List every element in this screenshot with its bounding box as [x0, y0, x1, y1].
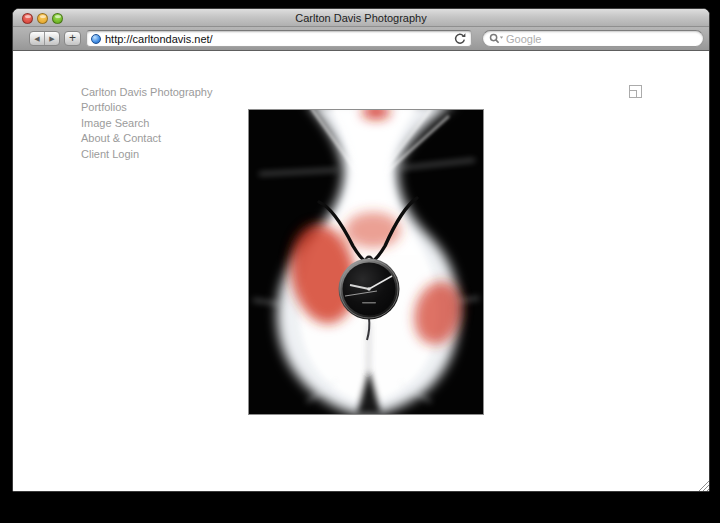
nav-link-portfolios[interactable]: Portfolios [81, 100, 212, 115]
nav-item: Carlton Davis Photography [81, 85, 212, 100]
minimize-button[interactable] [37, 13, 48, 24]
forward-icon: ▶ [49, 35, 54, 43]
site-navigation: Carlton Davis Photography Portfolios Ima… [81, 85, 212, 162]
window-title: Carlton Davis Photography [13, 12, 709, 24]
webpage: Carlton Davis Photography Portfolios Ima… [13, 51, 709, 492]
add-bookmark-button[interactable]: + [64, 31, 81, 46]
nav-item: Client Login [81, 147, 212, 162]
address-input[interactable] [105, 33, 453, 45]
browser-window: Carlton Davis Photography ◀ ▶ + Ca [12, 8, 710, 492]
traffic-lights [13, 13, 63, 24]
photo-artwork [249, 110, 483, 414]
reload-icon[interactable] [453, 32, 467, 46]
forward-button[interactable]: ▶ [45, 32, 59, 45]
nav-item: Image Search [81, 116, 212, 131]
title-bar[interactable]: Carlton Davis Photography [13, 9, 709, 27]
history-buttons: ◀ ▶ [29, 31, 60, 46]
close-button[interactable] [22, 13, 33, 24]
nav-link-client-login[interactable]: Client Login [81, 147, 212, 162]
site-favicon-globe-icon [91, 34, 101, 44]
nav-item: Portfolios [81, 100, 212, 115]
zoom-button[interactable] [52, 13, 63, 24]
magnifier-icon[interactable] [489, 33, 504, 45]
search-bar[interactable] [482, 30, 704, 47]
nav-link-home[interactable]: Carlton Davis Photography [81, 85, 212, 100]
back-button[interactable]: ◀ [30, 32, 45, 45]
resize-grip[interactable] [695, 478, 709, 492]
nav-link-about-contact[interactable]: About & Contact [81, 131, 212, 146]
portfolio-photo[interactable] [248, 109, 484, 415]
nav-item: About & Contact [81, 131, 212, 146]
back-icon: ◀ [34, 35, 39, 43]
browser-toolbar: ◀ ▶ + [13, 27, 709, 51]
address-bar[interactable] [86, 30, 472, 47]
google-search-input[interactable] [506, 33, 697, 45]
slideshow-expand-icon[interactable] [629, 85, 642, 98]
nav-link-image-search[interactable]: Image Search [81, 116, 212, 131]
